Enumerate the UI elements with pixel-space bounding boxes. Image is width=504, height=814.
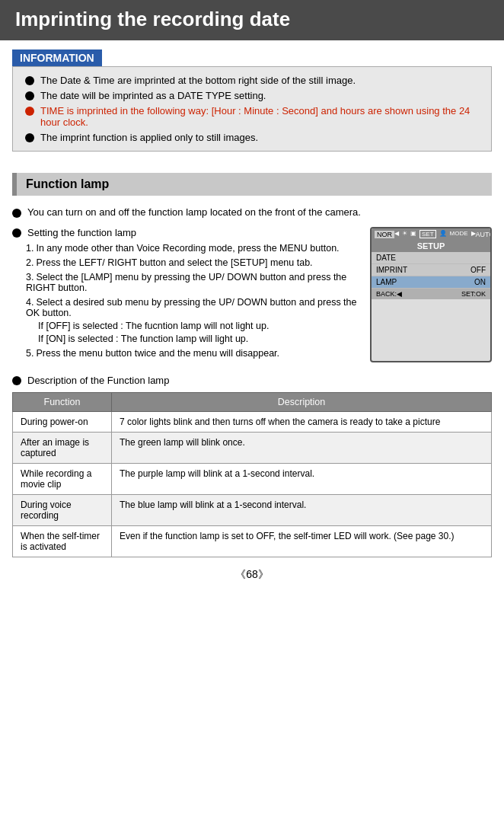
- page-title: Imprinting the recording date: [15, 8, 489, 31]
- desc-title-row: Description of the Function lamp: [12, 375, 492, 386]
- cam-lamp-label: LAMP: [376, 278, 474, 286]
- intro-text: You can turn on and off the function lam…: [12, 206, 492, 218]
- desc-title-text: Description of the Function lamp: [27, 375, 169, 386]
- step-1: 1.In any mode other than Voice Recording…: [26, 243, 358, 254]
- function-table: Function Description During power-on7 co…: [12, 392, 492, 557]
- table-cell-function: When the self-timer is activated: [13, 526, 112, 557]
- bullet-2: [25, 91, 34, 101]
- info-item-2: The date will be imprinted as a DATE TYP…: [25, 90, 479, 101]
- table-cell-description: 7 color lights blink and then turns off …: [112, 412, 492, 433]
- cam-set-label: SET:OK: [461, 290, 486, 298]
- cam-back-label: BACK:◀: [376, 290, 402, 298]
- info-text-3: TIME is imprinted in the following way: …: [40, 105, 479, 128]
- cam-lamp-value: ON: [474, 278, 486, 286]
- setting-text: Setting the function lamp 1.In any mode …: [12, 227, 358, 362]
- setting-block: Setting the function lamp 1.In any mode …: [12, 227, 492, 362]
- table-cell-function: After an image is captured: [13, 433, 112, 464]
- cam-top-bar: NOR ◀ ☀ ▣ SET 👤 MODE ▶ AUTO: [372, 228, 490, 240]
- setting-title-row: Setting the function lamp: [12, 227, 358, 238]
- info-box: The Date & Time are imprinted at the bot…: [12, 66, 492, 152]
- cam-auto: AUTO: [476, 231, 492, 238]
- info-section: INFORMATION The Date & Time are imprinte…: [12, 49, 492, 152]
- bullet-1: [25, 76, 34, 85]
- page-header: Imprinting the recording date: [0, 0, 504, 40]
- steps-list: 1.In any mode other than Voice Recording…: [26, 243, 358, 359]
- cam-row-imprint: IMPRINT OFF: [372, 264, 490, 276]
- cam-setup-header: SETUP: [372, 240, 490, 252]
- info-text-2: The date will be imprinted as a DATE TYP…: [40, 90, 479, 101]
- if-off: If [OFF] is selected : The fucntion lamp…: [38, 321, 358, 331]
- cam-row-date: DATE: [372, 252, 490, 264]
- cam-imprint-value: OFF: [471, 266, 486, 274]
- cam-imprint-label: IMPRINT: [376, 266, 471, 274]
- bullet-4: [25, 133, 34, 142]
- step-3: 3.Select the [LAMP] menu by pressing the…: [26, 272, 358, 293]
- cam-row-lamp: LAMP ON: [372, 276, 490, 289]
- table-row: After an image is capturedThe green lamp…: [13, 433, 492, 464]
- desc-bullet: [12, 376, 21, 385]
- page-number: 《68》: [0, 568, 504, 582]
- info-text-1: The Date & Time are imprinted at the bot…: [40, 75, 479, 86]
- function-lamp-section: Function lamp You can turn on and off th…: [12, 173, 492, 557]
- table-header-function: Function: [13, 393, 112, 412]
- table-cell-description: The purple lamp will blink at a 1-second…: [112, 464, 492, 495]
- function-lamp-title: Function lamp: [26, 177, 109, 190]
- info-text-4: The imprint function is applied only to …: [40, 132, 479, 143]
- table-header-description: Description: [112, 393, 492, 412]
- table-cell-description: The green lamp will blink once.: [112, 433, 492, 464]
- cam-date-label: DATE: [376, 254, 486, 262]
- camera-ui-mockup: NOR ◀ ☀ ▣ SET 👤 MODE ▶ AUTO SETUP DATE: [370, 227, 492, 362]
- description-block: Description of the Function lamp Functio…: [12, 375, 492, 557]
- table-cell-description: Even if the function lamp is set to OFF,…: [112, 526, 492, 557]
- intro-bullet: [12, 209, 21, 218]
- table-row: During voice recordingThe blue lamp will…: [13, 495, 492, 526]
- table-cell-function: During power-on: [13, 412, 112, 433]
- step-5: 5.Press the menu button twice and the me…: [26, 348, 358, 359]
- info-item-1: The Date & Time are imprinted at the bot…: [25, 75, 479, 86]
- table-cell-function: While recording a movie clip: [13, 464, 112, 495]
- info-label: INFORMATION: [12, 49, 102, 66]
- cam-bottom: BACK:◀ SET:OK: [372, 289, 490, 299]
- bullet-3: [25, 107, 34, 116]
- table-row: When the self-timer is activatedEven if …: [13, 526, 492, 557]
- table-cell-description: The blue lamp will blink at a 1-second i…: [112, 495, 492, 526]
- info-item-4: The imprint function is applied only to …: [25, 132, 479, 143]
- cam-nor: NOR: [375, 231, 394, 238]
- table-row: During power-on7 color lights blink and …: [13, 412, 492, 433]
- intro-content: You can turn on and off the function lam…: [27, 206, 361, 218]
- cam-body: SETUP DATE IMPRINT OFF LAMP ON BACK:◀ SE…: [372, 240, 490, 299]
- table-cell-function: During voice recording: [13, 495, 112, 526]
- cam-icons: ◀ ☀ ▣ SET 👤 MODE ▶: [394, 230, 476, 238]
- setting-title-text: Setting the function lamp: [27, 227, 136, 238]
- table-row: While recording a movie clipThe purple l…: [13, 464, 492, 495]
- step-4: 4.Select a desired sub menu by pressing …: [26, 297, 358, 344]
- step-2: 2.Press the LEFT/ RIGHT button and selec…: [26, 257, 358, 268]
- info-item-3: TIME is imprinted in the following way: …: [25, 105, 479, 128]
- function-lamp-header: Function lamp: [12, 173, 492, 196]
- setting-bullet: [12, 228, 21, 238]
- if-on: If [ON] is selected : The function lamp …: [38, 334, 358, 344]
